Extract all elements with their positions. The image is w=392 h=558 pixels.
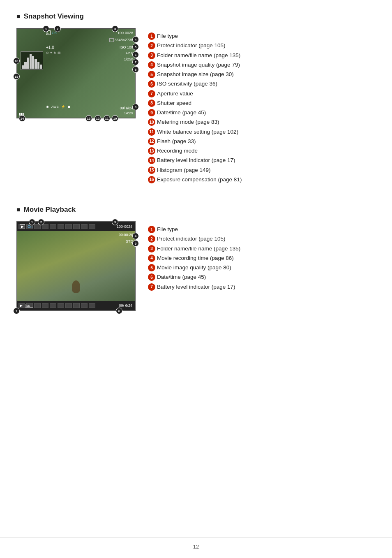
callout-1: 1 <box>43 25 49 32</box>
wb-icon: AWB <box>51 105 59 109</box>
folder-file-display: 100-0028 <box>118 30 133 36</box>
item-3-text: Folder name/file name (page 135) <box>157 51 240 60</box>
callout-5: 5 <box>132 44 139 50</box>
movie-section: ▶ On 100-0024 00:00:26 <box>16 221 376 311</box>
item-9-text: Date/time (page 45) <box>157 109 206 117</box>
iso-display: ISO 100 <box>120 44 133 50</box>
movie-item-3: 3 Folder name/file name (page 135) <box>148 245 240 253</box>
item-2-text: Protect indicator (page 105) <box>157 42 226 50</box>
num-8: 8 <box>148 100 155 107</box>
snapshot-item-13: 13 Recording mode <box>148 147 242 155</box>
movie-callout-4: 4 <box>132 233 139 239</box>
movie-screen-wrapper: ▶ On 100-0024 00:00:26 <box>16 221 136 311</box>
mnum-7: 7 <box>148 283 155 291</box>
callout-9: 9 <box>132 104 139 110</box>
num-3: 3 <box>148 52 155 59</box>
mitem-5-text: Movie image quality (page 80) <box>157 264 231 272</box>
snapshot-title: Snapshot Viewing <box>16 12 376 21</box>
item-15-text: Histogram (page 149) <box>157 166 211 174</box>
snapshot-item-4: 4 Snapshot image quality (page 79) <box>148 61 242 69</box>
mitem-2-text: Protect indicator (page 105) <box>157 235 226 243</box>
resolution-icon: ↔ <box>109 38 114 42</box>
item-12-text: Flash (page 33) <box>157 137 196 146</box>
mnum-1: 1 <box>148 226 155 233</box>
snapshot-item-9: 9 Date/time (page 45) <box>148 109 242 117</box>
num-14: 14 <box>148 157 155 164</box>
movie-callout-3: 3 <box>112 219 118 225</box>
mitem-6-text: Date/time (page 45) <box>157 273 206 281</box>
datetime-info: 09/ 6/24 14:29 <box>120 106 133 116</box>
play-icon: ▶ <box>20 303 23 308</box>
snapshot-image: □ On 100-0028 ↔ 3648×2736 <box>17 29 135 118</box>
movie-callout-1: 1 <box>29 219 35 225</box>
num-15: 15 <box>148 167 155 174</box>
recording-time-overlay: 00:00:26 <box>119 233 133 237</box>
resolution-row: ↔ 3648×2736 <box>109 38 133 42</box>
exposure-info: ISO 100 F2.6 1/250 <box>120 44 133 62</box>
callout-3: 3 <box>112 25 118 32</box>
movie-callout-5: 5 <box>132 240 139 247</box>
recording-time-display: 00:00:26 <box>119 233 133 237</box>
snapshot-info-list: 1 File type 2 Protect indicator (page 10… <box>148 28 242 185</box>
flash-icon: ⚡ <box>61 105 65 109</box>
callout-15: 15 <box>13 73 20 80</box>
num-11: 11 <box>148 128 155 136</box>
movie-items: 1 File type 2 Protect indicator (page 10… <box>148 225 240 291</box>
snapshot-screen-wrapper: □ On 100-0028 ↔ 3648×2736 <box>16 28 136 118</box>
callout-2: 2 <box>54 25 61 32</box>
mitem-7-text: Battery level indicator (page 17) <box>157 283 235 291</box>
time-display: 14:29 <box>120 111 133 116</box>
mitem-1-text: File type <box>157 225 178 234</box>
movie-item-1: 1 File type <box>148 225 240 234</box>
date-display: 09/ 6/24 <box>120 106 133 111</box>
movie-date: 09/ 6/24 <box>36 303 132 308</box>
movie-callout-7: 7 <box>13 308 20 314</box>
callout-7: 7 <box>132 59 139 65</box>
num-6: 6 <box>148 80 155 88</box>
movie-callout-2: 2 <box>38 219 44 225</box>
mitem-4-text: Movie recording time (page 86) <box>157 254 234 262</box>
mnum-3: 3 <box>148 245 155 252</box>
num-2: 2 <box>148 42 155 49</box>
mnum-5: 5 <box>148 264 155 271</box>
callout-6: 6 <box>132 51 139 58</box>
icons-row: ⊙ ✦ ※ ▤ <box>46 51 61 56</box>
movie-item-7: 7 Battery level indicator (page 17) <box>148 283 240 291</box>
item-7-text: Aperture value <box>157 90 193 98</box>
snapshot-hud: □ On 100-0028 ↔ 3648×2736 <box>17 29 135 118</box>
item-14-text: Battery level indicator (page 17) <box>157 156 235 164</box>
callout-16: 16 <box>13 58 20 64</box>
snapshot-item-10: 10 Metering mode (page 83) <box>148 118 242 126</box>
num-5: 5 <box>148 71 155 78</box>
callout-10: 10 <box>112 115 118 122</box>
movie-item-5: 5 Movie image quality (page 80) <box>148 264 240 272</box>
snapshot-item-2: 2 Protect indicator (page 105) <box>148 42 242 50</box>
snapshot-item-14: 14 Battery level indicator (page 17) <box>148 156 242 164</box>
item-16-text: Exposure compensation (page 81) <box>157 176 242 184</box>
item-10-text: Metering mode (page 83) <box>157 118 219 126</box>
movie-info-list: 1 File type 2 Protect indicator (page 10… <box>148 221 240 292</box>
movie-item-4: 4 Movie recording time (page 86) <box>148 254 240 262</box>
movie-callout-6: 6 <box>116 308 122 314</box>
snapshot-item-6: 6 ISO sensitivity (page 36) <box>148 80 242 88</box>
mitem-3-text: Folder name/file name (page 135) <box>157 245 240 253</box>
num-10: 10 <box>148 118 155 126</box>
movie-item-2: 2 Protect indicator (page 105) <box>148 235 240 243</box>
middle-info: +1.0 ⊙ ✦ ※ ▤ <box>46 44 61 56</box>
callout-11: 11 <box>104 115 110 122</box>
num-7: 7 <box>148 90 155 97</box>
snapshot-item-7: 7 Aperture value <box>148 90 242 98</box>
movie-subject <box>64 276 88 297</box>
movie-screen: ▶ On 100-0024 00:00:26 <box>16 221 136 311</box>
top-right-info: 100-0028 <box>118 30 133 36</box>
movie-item-6: 6 Date/time (page 45) <box>148 273 240 281</box>
page-number: 12 <box>193 544 199 550</box>
set-label: SET <box>25 304 33 308</box>
callout-14: 14 <box>19 115 25 122</box>
item-5-text: Snapshot image size (page 30) <box>157 70 234 79</box>
snapshot-section: □ On 100-0028 ↔ 3648×2736 <box>16 28 376 185</box>
num-1: 1 <box>148 32 155 40</box>
mode-icons-row: ◉ AWB ⚡ ◼ <box>46 105 71 109</box>
num-12: 12 <box>148 138 155 145</box>
snapshot-title-text: Snapshot Viewing <box>24 12 84 21</box>
